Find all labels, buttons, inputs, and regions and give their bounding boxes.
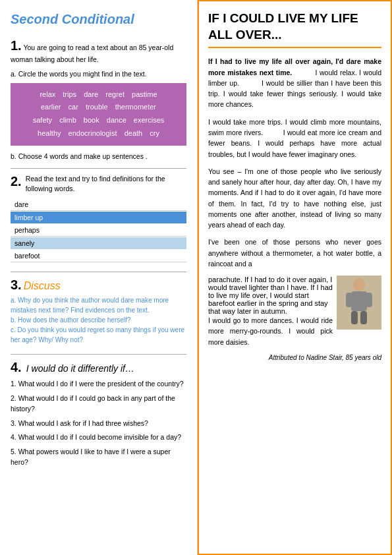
section-3: 3. Discuss a. Why do you think the autho… [11,272,186,345]
def-barefoot: barefoot [11,250,186,262]
svg-rect-2 [351,291,367,311]
section-4: 4. I would do it differently if… 1. What… [11,354,186,467]
section4-title: I would do it differently if… [26,363,134,374]
story-paragraph-1: If I had to live my life all over again,… [208,56,381,109]
section3-number: 3. [11,278,22,292]
section2-number: 2. [11,174,22,189]
definitions-list: dare limber up perhaps sanely barefoot [11,198,186,262]
story-image [337,276,381,330]
svg-rect-5 [351,311,358,324]
def-limber-up: limber up [11,212,186,223]
story-paragraph-4: I've been one of those persons who never… [208,237,381,269]
instruction-a: a. Circle the words you might find in th… [11,70,186,78]
section4-number: 4. [11,360,22,374]
main-title: Second Conditional [11,12,186,27]
section2-instruction: Read the text and try to find definition… [26,174,186,193]
svg-rect-4 [366,293,372,307]
svg-rect-3 [346,293,352,307]
def-perhaps: perhaps [11,224,186,237]
left-panel: Second Conditional 1. You are going to r… [0,0,198,555]
right-panel: IF I COULD LIVE MY LIFE ALL OVER... If I… [198,0,392,555]
def-sanely: sanely [11,237,186,249]
attribution: Attributed to Nadine Stair, 85 years old [208,354,381,361]
word-box: relax trips dare regret pastime earlier … [11,83,186,146]
section-1: 1. You are going to read a text about an… [11,36,186,160]
questions-list: 1. What would I do if I were the preside… [11,379,186,467]
svg-point-1 [353,278,365,291]
section3-title: Discuss [24,280,61,291]
instruction-b: b. Choose 4 words and make up sentences … [11,152,186,160]
right-title: IF I COULD LIVE MY LIFE ALL OVER... [208,11,381,48]
section-2: 2. Read the text and try to find definit… [11,168,186,262]
section2-header: 2. Read the text and try to find definit… [11,174,186,193]
section1-intro: 1. You are going to read a text about an… [11,36,186,65]
def-dare: dare [11,198,186,211]
section1-number: 1. [11,38,22,53]
story-paragraph-2: I would take more trips. I would climb m… [208,117,381,160]
discuss-items: a. Why do you think the author would dar… [11,295,186,345]
svg-rect-6 [360,311,367,324]
story-paragraph-3: You see – I'm one of those people who li… [208,166,381,231]
